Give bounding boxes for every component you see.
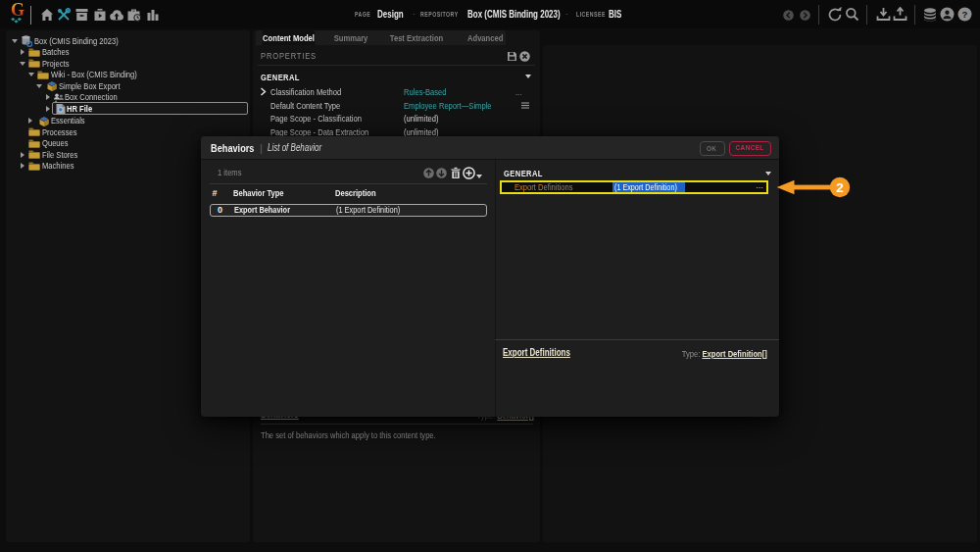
svg-text:?: ? — [962, 9, 968, 20]
svg-text:2: 2 — [836, 180, 844, 195]
